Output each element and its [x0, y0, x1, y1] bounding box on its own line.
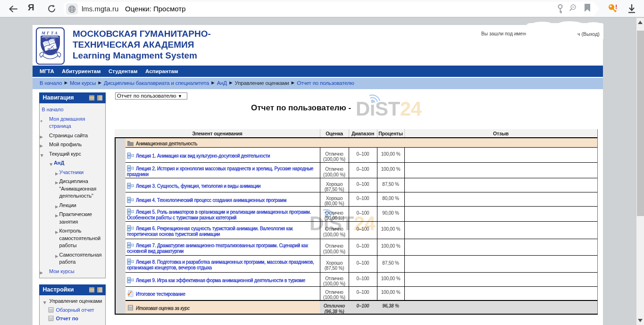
svg-text:!: ! [615, 3, 617, 10]
svg-text:МГТА: МГТА [41, 31, 59, 35]
